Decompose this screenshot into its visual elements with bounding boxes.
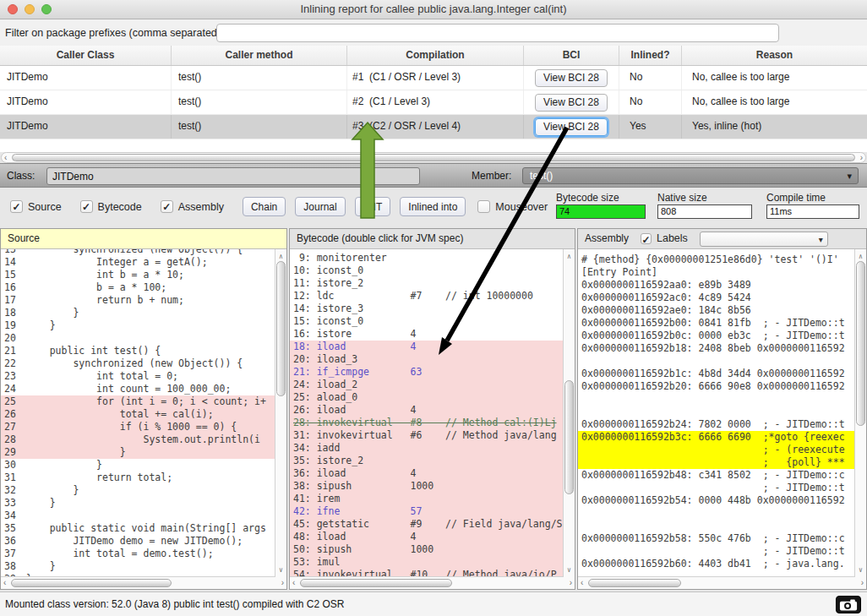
checkbox-assembly[interactable]: ✓Assembly	[161, 200, 224, 213]
compilation-select[interactable]: #3 (C2 / OSR / Level 4) ▾	[700, 232, 828, 247]
assembly-line[interactable]: 0x0000000116592b58: 550c 476b ; - JITDem…	[578, 532, 866, 545]
maximize-icon[interactable]	[41, 4, 52, 14]
assembly-line[interactable]	[578, 393, 866, 406]
bytecode-line[interactable]: 20: iload_3	[290, 353, 575, 366]
table-row[interactable]: JITDemotest()#2 (C1 / Level 3)View BCI 2…	[0, 90, 867, 115]
bytecode-line[interactable]: 36: iload 4	[290, 467, 575, 480]
minimize-icon[interactable]	[25, 4, 35, 14]
source-code[interactable]: 13 synchronized (new Object()) {14 Integ…	[1, 249, 286, 577]
bytecode-line[interactable]: 12: ldc #7 // int 10000000	[290, 290, 575, 303]
assembly-line[interactable]	[578, 406, 866, 418]
bytecode-line[interactable]: 53: imul	[290, 556, 575, 569]
bytecode-line[interactable]: 25: aload_0	[290, 391, 575, 404]
table-row[interactable]: JITDemotest()#3 (C2 / OSR / Level 4)View…	[0, 115, 867, 139]
assembly-line[interactable]: 0x0000000116592b3c: 6666 6690 ;*goto {re…	[578, 431, 866, 444]
source-horizontal-scrollbar[interactable]: ‹ ›	[1, 576, 286, 589]
view-bci-button[interactable]: View BCI 28	[535, 69, 608, 87]
assembly-line[interactable]: 0x0000000116592b48: c341 8502 ; - JITDem…	[578, 469, 866, 482]
scrollbar-thumb[interactable]	[11, 579, 172, 587]
scroll-right-icon[interactable]: ›	[860, 153, 863, 162]
scroll-right-icon[interactable]: ›	[570, 578, 572, 587]
assembly-line[interactable]: 0x0000000116592b60: 4403 db41 ; - java.l…	[578, 558, 866, 570]
source-line[interactable]: 29 }	[1, 446, 286, 459]
source-line[interactable]: 35 public static void main(String[] args	[1, 522, 286, 535]
source-line[interactable]: 33 }	[1, 497, 286, 510]
bytecode-line[interactable]: 24: iload_2	[290, 379, 575, 391]
scroll-down-icon[interactable]: ∨	[564, 564, 575, 576]
inlined-into-button[interactable]: Inlined into	[400, 197, 466, 216]
scroll-down-icon[interactable]: ∨	[275, 564, 286, 576]
source-line[interactable]: 17 return b + num;	[1, 294, 286, 307]
view-bci-button[interactable]: View BCI 28	[535, 94, 608, 112]
bytecode-line[interactable]: 21: if_icmpge 63	[290, 366, 575, 379]
source-line[interactable]: 22 synchronized (new Object()) {	[1, 357, 286, 370]
bytecode-line[interactable]: 50: sipush 1000	[290, 543, 575, 556]
assembly-line[interactable]	[578, 355, 866, 368]
assembly-line[interactable]: 0x0000000116592b18: 2408 8beb 0x00000001…	[578, 342, 866, 355]
scrollbar-thumb[interactable]	[12, 154, 855, 161]
assembly-line[interactable]: # {method} {0x00000001251e86d0} 'test' '…	[578, 253, 866, 266]
assembly-line[interactable]: ; {poll} ***	[578, 456, 866, 469]
bytecode-line[interactable]: 38: sipush 1000	[290, 480, 575, 493]
bytecode-line[interactable]: 42: ifne 57	[290, 505, 575, 518]
checkbox-mouseover[interactable]: Mouseover	[477, 200, 548, 213]
source-line[interactable]: 16 b = a * 100;	[1, 281, 286, 294]
table-horizontal-scrollbar[interactable]: ‹ ›	[1, 152, 866, 163]
scroll-left-icon[interactable]: ‹	[581, 578, 583, 587]
source-line[interactable]: 25 for (int i = 0; i < count; i+	[1, 395, 286, 408]
close-icon[interactable]	[8, 4, 18, 14]
filter-input[interactable]	[216, 24, 779, 42]
column-header-bci[interactable]: BCI	[524, 46, 619, 65]
scroll-right-icon[interactable]: ›	[281, 578, 284, 587]
source-line[interactable]: 23 int total = 0;	[1, 370, 286, 383]
view-bci-button[interactable]: View BCI 28	[535, 118, 608, 136]
bytecode-line[interactable]: 26: iload 4	[290, 404, 575, 417]
checkbox-source[interactable]: ✓Source	[10, 200, 62, 213]
bytecode-line[interactable]: 34: iadd	[290, 442, 575, 455]
source-line[interactable]: 27 if (i % 1000 == 0) {	[1, 421, 286, 433]
scrollbar-thumb[interactable]	[276, 261, 286, 396]
assembly-line[interactable]: 0x0000000116592b0c: 0000 eb3c ; - JITDem…	[578, 330, 866, 342]
source-line[interactable]: 15 int b = a * 10;	[1, 269, 286, 281]
journal-button[interactable]: Journal	[295, 197, 345, 216]
scroll-right-icon[interactable]: ›	[861, 578, 864, 587]
assembly-line[interactable]: [Entry Point]	[578, 266, 866, 279]
assembly-line[interactable]: ; - (reexecute	[578, 444, 866, 456]
assembly-vertical-scrollbar[interactable]: ∧ ∨	[854, 249, 866, 577]
assembly-line[interactable]: 0x0000000116592b20: 6666 90e8 0x00000001…	[578, 380, 866, 393]
source-vertical-scrollbar[interactable]: ∧ ∨	[275, 249, 286, 577]
screenshot-button[interactable]	[836, 596, 861, 613]
assembly-line[interactable]: 0x0000000116592b00: 0841 81fb ; - JITDem…	[578, 317, 866, 330]
column-header-caller-method[interactable]: Caller method	[172, 46, 347, 65]
assembly-line[interactable]	[578, 507, 866, 520]
assembly-line[interactable]: ; - JITDemo::t	[578, 482, 866, 494]
bytecode-vertical-scrollbar[interactable]: ∧ ∨	[563, 249, 575, 577]
source-line[interactable]: 13 synchronized (new Object()) {	[1, 249, 286, 256]
column-header-caller-class[interactable]: Caller Class	[0, 46, 172, 65]
source-line[interactable]: 38 }	[1, 560, 286, 573]
bytecode-line[interactable]: 45: getstatic #9 // Field java/lang/S	[290, 518, 575, 531]
source-line[interactable]: 14 Integer a = getA();	[1, 256, 286, 269]
scroll-left-icon[interactable]: ‹	[292, 578, 295, 587]
assembly-line[interactable]: ; - JITDemo::t	[578, 545, 866, 558]
bytecode-line[interactable]: 16: istore 4	[290, 328, 575, 341]
source-line[interactable]: 24 int count = 100_000_00;	[1, 383, 286, 395]
assembly-line[interactable]	[578, 520, 866, 532]
assembly-line[interactable]: 0x0000000116592b1c: 4b8d 34d4 0x00000001…	[578, 368, 866, 380]
assembly-line[interactable]: 0x0000000116592aa0: e89b 3489	[578, 279, 866, 292]
checkbox-bytecode[interactable]: ✓Bytecode	[80, 200, 142, 213]
assembly-line[interactable]: 0x0000000116592b24: 7802 0000 ; - JITDem…	[578, 418, 866, 431]
bytecode-line[interactable]: 28: invokevirtual #8 // Method cal:(I)Lj	[290, 417, 575, 429]
assembly-code[interactable]: # {method} {0x00000001251e86d0} 'test' '…	[578, 249, 866, 570]
scroll-down-icon[interactable]: ∨	[855, 564, 866, 576]
member-combobox[interactable]: test() ▾	[522, 167, 859, 184]
bytecode-line[interactable]: 31: invokevirtual #6 // Method java/lang	[290, 429, 575, 442]
assembly-horizontal-scrollbar[interactable]: ‹ ›	[578, 576, 866, 589]
bytecode-line[interactable]: 41: irem	[290, 493, 575, 505]
table-row[interactable]: JITDemotest()#1 (C1 / OSR / Level 3)View…	[0, 66, 867, 90]
source-line[interactable]: 28 System.out.println(i	[1, 433, 286, 446]
assembly-line[interactable]: 0x0000000116592b54: 0000 448b 0x00000001…	[578, 494, 866, 507]
bytecode-horizontal-scrollbar[interactable]: ‹ ›	[290, 576, 575, 589]
bytecode-line[interactable]: 11: istore_2	[290, 277, 575, 290]
scrollbar-thumb[interactable]	[856, 261, 865, 426]
